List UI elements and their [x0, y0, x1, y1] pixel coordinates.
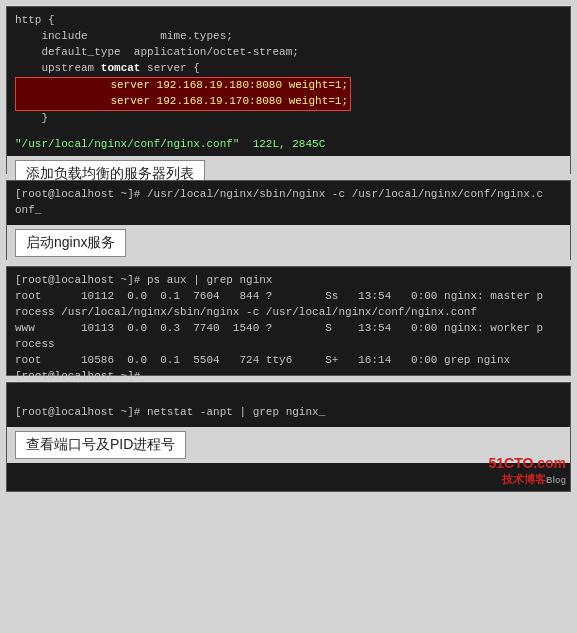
label-box-2: 启动nginx服务: [15, 229, 126, 257]
label-box-4: 查看端口号及PID进程号: [15, 431, 186, 459]
code-line: http { include mime.types; default_type …: [15, 14, 299, 74]
watermark-site: 51CTO.com: [488, 454, 566, 472]
terminal-output-2: [root@localhost ~]# /usr/local/nginx/sbi…: [7, 181, 570, 225]
panel-netstat: [root@localhost ~]# netstat -anpt | grep…: [6, 382, 571, 492]
status-line: "/usr/local/nginx/conf/nginx.conf" 122L,…: [15, 138, 325, 150]
label-row-4: 查看端口号及PID进程号: [7, 427, 570, 463]
terminal-output-4: [root@localhost ~]# netstat -anpt | grep…: [7, 383, 570, 427]
label-text-1: 添加负载均衡的服务器列表: [26, 165, 194, 181]
watermark: 51CTO.com 技术博客Blog: [488, 454, 566, 487]
terminal-output-3: [root@localhost ~]# ps aux | grep nginx …: [7, 267, 570, 391]
panel-start-nginx: [root@localhost ~]# /usr/local/nginx/sbi…: [6, 180, 571, 260]
label-row-2: 启动nginx服务: [7, 225, 570, 261]
main-container: http { include mime.types; default_type …: [0, 0, 577, 633]
panel-nginx-config: http { include mime.types; default_type …: [6, 6, 571, 174]
terminal-output-1: http { include mime.types; default_type …: [7, 7, 570, 133]
label-text-2: 启动nginx服务: [26, 234, 115, 250]
label-text-4: 查看端口号及PID进程号: [26, 436, 175, 452]
watermark-blog: 技术博客Blog: [488, 472, 566, 487]
panel-ps-aux: [root@localhost ~]# ps aux | grep nginx …: [6, 266, 571, 376]
